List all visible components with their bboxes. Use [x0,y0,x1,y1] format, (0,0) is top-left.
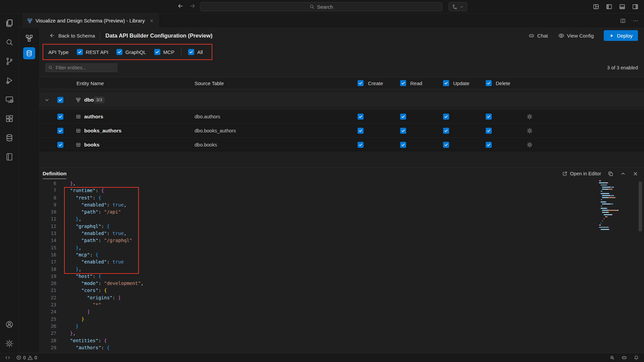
read-checkbox[interactable] [400,114,406,120]
back-to-schema-button[interactable]: Back to Schema [49,33,95,39]
create-checkbox[interactable] [358,128,364,134]
read-all-checkbox[interactable] [400,80,406,86]
dab-configuration-icon[interactable] [23,47,35,59]
close-icon[interactable] [633,171,638,177]
checkbox[interactable] [154,49,160,55]
create-all-checkbox[interactable] [358,80,364,86]
extensions-icon[interactable] [0,109,19,128]
split-editor-icon[interactable] [620,18,626,24]
remote-indicator[interactable] [5,355,10,360]
side-icon-strip [19,28,40,353]
search-sidebar-icon[interactable] [0,33,19,52]
more-actions-icon[interactable] [633,18,639,24]
col-entity-name: Entity Name [76,80,104,86]
tab-title: Visualize and Design Schema (Preview) - … [36,18,145,23]
collapse-icon[interactable] [620,171,626,177]
filter-entities-input[interactable] [45,63,117,72]
toolbar-separator [100,32,100,39]
checkbox[interactable] [116,49,122,55]
group-checkbox[interactable] [57,97,63,103]
update-checkbox[interactable] [443,114,449,120]
search-icon [48,65,53,70]
remote-explorer-icon[interactable] [0,90,19,109]
entities-table-header: Entity Name Source Table Create Read Upd… [40,77,644,89]
chevron-down-icon[interactable] [44,97,50,103]
api-type-label: API Type [48,49,69,55]
delete-checkbox[interactable] [486,142,492,148]
row-checkbox[interactable] [57,114,63,120]
schema-icon [76,97,81,102]
source-table: dbo.authors [195,114,220,119]
customize-layout-icon[interactable] [593,3,599,10]
explorer-icon[interactable] [0,13,19,33]
tab-close-icon[interactable] [149,18,154,23]
minimap-content[interactable] [598,180,636,231]
view-config-button[interactable]: View Config [558,33,594,39]
view-config-label: View Config [567,33,594,39]
source-control-icon[interactable] [0,52,19,71]
search-placeholder: Search [317,4,333,10]
nav-back-icon[interactable] [177,3,184,11]
update-all-checkbox[interactable] [443,80,449,86]
table-row[interactable]: books_authors dbo.books_authors [40,124,644,137]
database-view-icon[interactable] [0,128,19,147]
col-source-table: Source Table [195,80,224,86]
update-checkbox[interactable] [443,128,449,134]
create-checkbox[interactable] [358,114,364,120]
copilot-status-icon[interactable] [621,355,627,361]
workflow-icon [452,4,458,10]
table-row[interactable]: authors dbo.authors [40,110,644,123]
chat-button[interactable]: Chat [528,33,548,39]
zoom-icon[interactable] [609,355,615,360]
update-checkbox[interactable] [443,142,449,148]
delete-checkbox[interactable] [486,114,492,120]
editor-tab[interactable]: Visualize and Design Schema (Preview) - … [22,13,159,28]
account-icon[interactable] [0,315,19,334]
row-checkbox[interactable] [57,142,63,148]
read-checkbox[interactable] [400,128,406,134]
delete-all-checkbox[interactable] [486,80,492,86]
warning-count: 0 [35,355,37,360]
open-in-editor-button[interactable]: Open in Editor [562,171,601,176]
chat-label: Chat [537,33,548,39]
editor-area: Back to Schema Data API Builder Configur… [19,28,644,353]
run-debug-icon[interactable] [0,71,19,90]
row-settings-icon[interactable] [527,114,533,120]
schema-group-row[interactable]: dbo 3/3 [40,93,644,107]
play-icon [609,33,614,38]
delete-checkbox[interactable] [486,128,492,134]
code-lines: }, "runtime": { "rest": { "enabled": tru… [64,180,144,350]
notifications-bell-icon[interactable] [634,355,639,360]
checkbox[interactable] [77,49,83,55]
row-checkbox[interactable] [57,128,63,134]
read-checkbox[interactable] [400,142,406,148]
deploy-button[interactable]: Deploy [604,30,638,41]
row-settings-icon[interactable] [527,142,533,148]
all-checkbox[interactable]: All [188,49,203,55]
notebook-view-icon[interactable] [0,147,19,166]
table-row[interactable]: books dbo.books [40,138,644,152]
chevron-down-icon [460,5,464,9]
schema-designer-icon[interactable] [23,32,35,44]
toggle-sidebar-left-icon[interactable] [606,3,612,10]
create-checkbox[interactable] [358,142,364,148]
nav-forward-icon[interactable] [189,3,196,11]
rest-api-checkbox[interactable]: REST API [77,49,108,55]
definition-code-editor[interactable]: 6789101112131415161718192021222324252627… [40,179,644,350]
row-settings-icon[interactable] [527,128,533,134]
editor-tab-bar: Visualize and Design Schema (Preview) - … [19,13,644,28]
mcp-checkbox[interactable]: MCP [154,49,174,55]
checkbox[interactable] [188,49,194,55]
toggle-sidebar-right-icon[interactable] [632,3,639,10]
definition-tab[interactable]: Definition [43,168,66,179]
vertical-scrollbar[interactable] [639,182,642,231]
titlebar-action-dropdown[interactable] [448,2,467,11]
graphql-checkbox[interactable]: GraphQL [116,49,146,55]
settings-gear-icon[interactable] [0,334,19,353]
command-center-search[interactable]: Search [200,2,442,11]
dab-config-panel: Back to Schema Data API Builder Configur… [40,28,644,353]
problems-indicator[interactable]: 0 0 [16,355,37,360]
toggle-panel-icon[interactable] [619,3,626,10]
activity-bar [0,13,19,353]
copy-icon[interactable] [608,171,613,177]
